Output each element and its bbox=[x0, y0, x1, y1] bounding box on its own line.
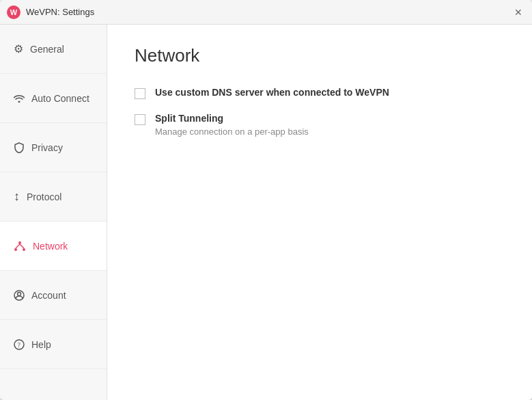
gear-icon: ⚙ bbox=[14, 42, 23, 55]
sidebar-item-privacy[interactable]: Privacy bbox=[0, 123, 107, 172]
svg-point-1 bbox=[14, 248, 17, 251]
split-tunneling-label: Split Tunneling bbox=[155, 113, 309, 124]
custom-dns-info: Use custom DNS server when connected to … bbox=[155, 87, 389, 98]
sidebar-item-network[interactable]: Network bbox=[0, 222, 107, 271]
svg-point-6 bbox=[18, 292, 21, 295]
app-logo: W bbox=[7, 5, 20, 19]
custom-dns-checkbox[interactable] bbox=[135, 88, 145, 99]
sidebar-item-help[interactable]: ? Help bbox=[0, 320, 107, 369]
split-tunneling-description: Manage connection on a per-app basis bbox=[155, 126, 309, 137]
svg-point-0 bbox=[18, 241, 21, 244]
custom-dns-label: Use custom DNS server when connected to … bbox=[155, 87, 389, 98]
window-title: WeVPN: Settings bbox=[26, 7, 512, 17]
settings-window: W WeVPN: Settings ✕ ⚙ General Auto Conne… bbox=[0, 0, 532, 400]
wifi-icon bbox=[14, 94, 25, 103]
title-bar: W WeVPN: Settings ✕ bbox=[0, 0, 532, 25]
split-tunneling-info: Split Tunneling Manage connection on a p… bbox=[155, 113, 309, 137]
sidebar-item-label: Help bbox=[31, 339, 51, 350]
sidebar-item-account[interactable]: Account bbox=[0, 271, 107, 320]
protocol-icon: ↕ bbox=[14, 189, 20, 204]
sidebar: ⚙ General Auto Connect bbox=[0, 25, 107, 400]
svg-text:?: ? bbox=[18, 341, 21, 349]
setting-row-custom-dns: Use custom DNS server when connected to … bbox=[135, 87, 505, 99]
main-layout: ⚙ General Auto Connect bbox=[0, 25, 532, 400]
main-content: Network Use custom DNS server when conne… bbox=[107, 25, 532, 400]
account-icon bbox=[14, 290, 25, 301]
sidebar-item-label: Account bbox=[31, 290, 66, 301]
page-title: Network bbox=[135, 45, 505, 66]
sidebar-item-protocol[interactable]: ↕ Protocol bbox=[0, 172, 107, 222]
sidebar-item-auto-connect[interactable]: Auto Connect bbox=[0, 74, 107, 123]
settings-list: Use custom DNS server when connected to … bbox=[135, 87, 505, 137]
svg-line-3 bbox=[16, 244, 20, 248]
setting-row-split-tunneling: Split Tunneling Manage connection on a p… bbox=[135, 113, 505, 137]
privacy-icon bbox=[14, 142, 25, 153]
network-icon bbox=[14, 241, 26, 252]
sidebar-item-label: General bbox=[30, 44, 64, 55]
sidebar-item-label: Privacy bbox=[31, 142, 63, 153]
logo-letter: W bbox=[10, 8, 17, 16]
sidebar-item-label: Protocol bbox=[27, 191, 61, 202]
close-button[interactable]: ✕ bbox=[512, 5, 525, 19]
svg-point-2 bbox=[23, 248, 25, 251]
sidebar-item-general[interactable]: ⚙ General bbox=[0, 25, 107, 74]
sidebar-item-label: Network bbox=[33, 241, 68, 252]
svg-line-4 bbox=[20, 244, 24, 248]
split-tunneling-checkbox[interactable] bbox=[135, 114, 145, 125]
help-icon: ? bbox=[14, 339, 25, 350]
sidebar-item-label: Auto Connect bbox=[31, 93, 89, 104]
